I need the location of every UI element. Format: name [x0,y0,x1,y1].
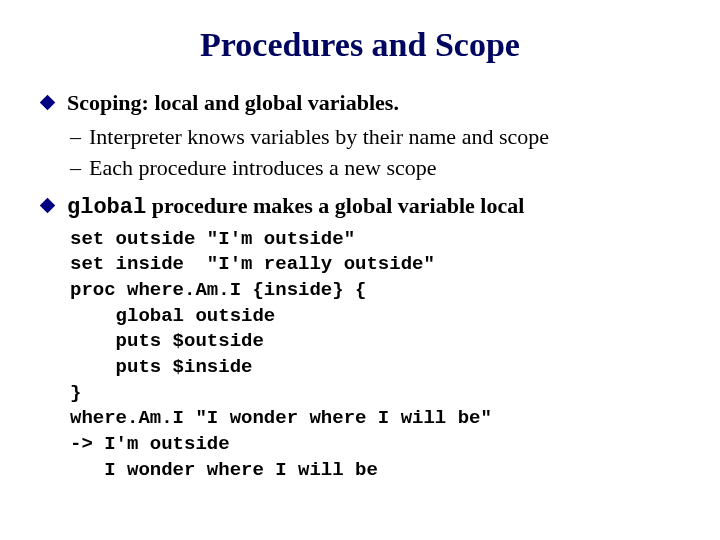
diamond-icon [40,198,56,214]
slide: Procedures and Scope Scoping: local and … [0,0,720,503]
code-keyword: global [67,195,146,220]
bullet-1-text: Scoping: local and global variables. [67,88,399,118]
sub-2-text: Each procedure introduces a new scope [89,153,437,183]
sub-item: – Interpreter knows variables by their n… [70,122,680,152]
sub-1-text: Interpreter knows variables by their nam… [89,122,549,152]
sub-item: – Each procedure introduces a new scope [70,153,680,183]
bullet-2-suffix: procedure makes a global variable local [146,193,524,218]
dash-icon: – [70,122,81,152]
bullet-1-subs: – Interpreter knows variables by their n… [70,122,680,183]
slide-title: Procedures and Scope [40,26,680,64]
dash-icon: – [70,153,81,183]
code-block: set outside "I'm outside" set inside "I'… [70,227,680,483]
diamond-icon [40,95,56,111]
bullet-2: global procedure makes a global variable… [40,191,680,223]
bullet-1: Scoping: local and global variables. [40,88,680,118]
bullet-2-text: global procedure makes a global variable… [67,191,524,223]
